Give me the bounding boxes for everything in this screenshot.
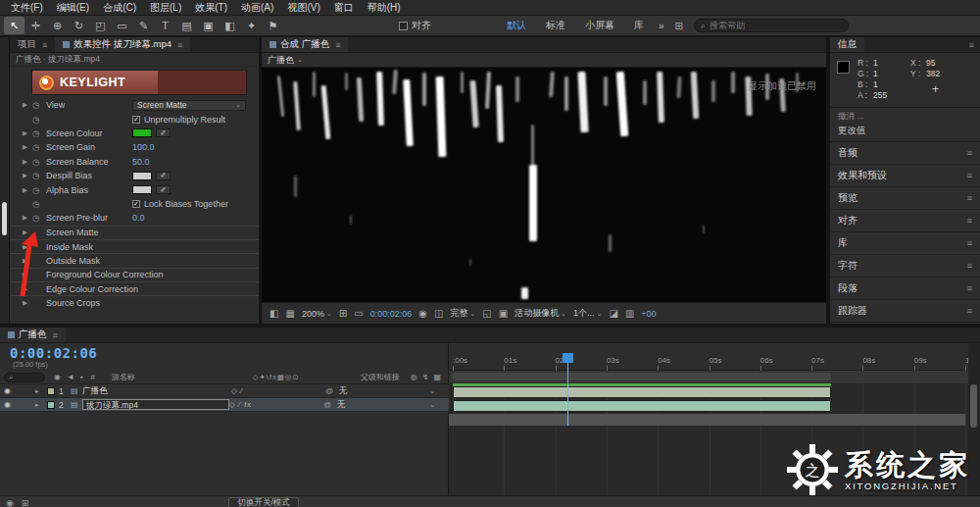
color-swatch[interactable] (132, 185, 152, 194)
layer-row[interactable]: ◉ ▸ 1 ▤ 广播色 ◇ ⁄ @ 无 ⌄ (0, 384, 449, 398)
menu-item[interactable]: 效果(T) (188, 1, 234, 15)
stopwatch-icon[interactable]: ◷ (32, 142, 46, 152)
collapsed-panel[interactable]: 预览≡ (830, 187, 980, 210)
tool-button[interactable]: ⊕ (47, 17, 68, 34)
stopwatch-icon[interactable]: ◷ (32, 100, 46, 110)
checkbox[interactable]: ✓ (132, 116, 140, 124)
panel-menu-icon[interactable]: ≡ (40, 40, 47, 50)
menu-item[interactable]: 文件(F) (4, 1, 50, 15)
toggle-switches-modes-button[interactable]: 切换开关/模式 (228, 497, 298, 507)
panel-menu-icon[interactable]: ≡ (965, 216, 972, 226)
menu-item[interactable]: 合成(C) (96, 1, 143, 15)
twirl-icon[interactable]: ▶ (23, 129, 32, 137)
name-column-header[interactable]: 源名称 (100, 372, 253, 382)
collapsed-panel[interactable]: 音频≡ (830, 142, 980, 165)
help-search-field[interactable]: ⌕ (694, 19, 849, 32)
expand-icon[interactable]: ◉ (6, 498, 14, 507)
tool-button[interactable]: T (155, 17, 175, 34)
layer-name[interactable]: 拔刀绿幕.mp4 (82, 399, 229, 410)
stopwatch-icon[interactable]: ◷ (32, 185, 46, 195)
stopwatch-icon[interactable]: ◷ (32, 128, 46, 138)
panel-menu-icon[interactable]: ≡ (51, 330, 58, 340)
viewer-current-time[interactable]: 0:00:02:06 (370, 309, 413, 319)
effect-row[interactable]: ▶◷✓Unpremultiply Result (10, 112, 259, 126)
tab-composition[interactable]: 合成 广播色 ≡ (262, 37, 348, 52)
twirl-icon[interactable]: ▶ (23, 143, 32, 151)
pick-whip-icon[interactable]: @ (325, 386, 339, 395)
menu-item[interactable]: 视图(V) (280, 1, 326, 15)
menu-item[interactable]: 图层(L) (143, 1, 188, 15)
timeline-option-icon[interactable]: ↯ (422, 373, 429, 381)
tab-project[interactable]: 项目 ≡ (10, 37, 55, 52)
panel-menu-icon[interactable]: ≡ (965, 283, 972, 293)
twirl-icon[interactable]: ▶ (23, 172, 32, 179)
mask-visibility-icon[interactable]: ▭ (354, 308, 363, 319)
fast-previews-icon[interactable]: ▥ (625, 308, 634, 319)
panel-menu-icon[interactable]: ≡ (965, 261, 972, 271)
eyedropper-icon[interactable]: ✐ (156, 128, 171, 137)
parent-dropdown[interactable]: 无 ⌄ (339, 385, 449, 397)
always-preview-icon[interactable]: ◧ (270, 308, 278, 319)
stopwatch-icon[interactable]: ◷ (32, 171, 46, 180)
exposure-value[interactable]: +00 (641, 309, 656, 319)
effect-row[interactable]: ▶◷Screen Gain100.0 (10, 140, 259, 154)
tool-button[interactable]: ◰ (90, 17, 111, 34)
stopwatch-icon[interactable]: ◷ (32, 213, 46, 223)
timeline-ruler[interactable]: :00s01s02s03s04s05s06s07s08s09s10s (449, 343, 968, 371)
view-dropdown[interactable]: Screen Matte⌄ (132, 100, 246, 111)
tool-button[interactable]: ↖ (4, 17, 24, 34)
workspace-tab[interactable]: 标准 (537, 19, 574, 32)
menu-item[interactable]: 编辑(E) (50, 1, 96, 15)
label-color-chip[interactable] (47, 401, 55, 409)
work-area-bar[interactable] (453, 373, 831, 380)
effect-row[interactable]: ▶◷Alpha Bias✐ (10, 182, 259, 196)
menu-item[interactable]: 动画(A) (234, 1, 280, 15)
effect-row[interactable]: ▶Source Crops (10, 295, 259, 309)
timeline-search-field[interactable]: ⌕ (4, 373, 45, 382)
layer-duration-bar[interactable] (453, 386, 831, 398)
camera-select[interactable]: 活动摄像机⌄ (514, 307, 566, 320)
tool-button[interactable]: ↻ (69, 17, 89, 34)
tool-button[interactable]: ✛ (25, 17, 46, 34)
workspace-menu-icon[interactable]: ⊞ (670, 21, 688, 31)
eyedropper-icon[interactable]: ✐ (156, 172, 171, 180)
tool-button[interactable]: ◧ (220, 17, 240, 34)
tool-button[interactable]: ⚑ (263, 17, 283, 34)
collapsed-panel[interactable]: 段落≡ (830, 278, 980, 300)
workspace-tab[interactable]: 小屏幕 (576, 19, 623, 32)
tool-button[interactable]: ▤ (176, 17, 197, 34)
region-of-interest-icon[interactable]: ◱ (482, 308, 491, 319)
collapsed-panel[interactable]: 库≡ (830, 232, 980, 255)
panel-menu-icon[interactable]: ≡ (967, 40, 974, 50)
visibility-toggle[interactable]: ◉ (0, 400, 14, 409)
panel-menu-icon[interactable]: ≡ (965, 238, 972, 248)
menu-item[interactable]: 窗口 (327, 1, 361, 15)
pick-whip-icon[interactable]: @ (323, 400, 337, 409)
twirl-icon[interactable]: ▶ (23, 158, 32, 166)
layer-twirl-icon[interactable]: ▸ (35, 387, 47, 395)
effect-row[interactable]: ▶Foreground Colour Correction (10, 268, 259, 281)
stopwatch-icon[interactable]: ◷ (32, 199, 46, 209)
panel-menu-icon[interactable]: ≡ (333, 40, 340, 50)
param-value[interactable]: 50.0 (132, 157, 150, 167)
help-search-input[interactable] (710, 21, 842, 30)
workspace-tab[interactable]: 库 (625, 19, 653, 32)
collapsed-panel[interactable]: 字符≡ (830, 255, 980, 278)
color-swatch[interactable] (132, 172, 152, 180)
tool-button[interactable]: ▣ (198, 17, 219, 34)
view-layout-select[interactable]: 1个...⌄ (573, 307, 602, 320)
workspace-tab[interactable]: 默认 (498, 19, 535, 32)
param-value[interactable]: 100.0 (132, 142, 155, 152)
collapsed-panel[interactable]: 跟踪器≡ (830, 300, 980, 323)
tab-timeline-comp[interactable]: 广播色 ≡ (0, 328, 66, 342)
effect-row[interactable]: ▶◷Screen Balance50.0 (10, 155, 259, 169)
magnification-grid-icon[interactable]: ▦ (285, 308, 294, 319)
panel-drawer-handle[interactable] (2, 202, 7, 235)
checkbox[interactable]: ✓ (132, 200, 140, 208)
twirl-icon[interactable]: ▶ (23, 101, 32, 109)
layer-switches[interactable]: ◇ ⁄ fx (229, 400, 323, 409)
tool-button[interactable]: ✦ (241, 17, 262, 34)
zoom-level-select[interactable]: 200%⌄ (302, 309, 332, 319)
timeline-scrollbar[interactable] (970, 384, 977, 428)
stopwatch-icon[interactable]: ◷ (32, 115, 46, 125)
